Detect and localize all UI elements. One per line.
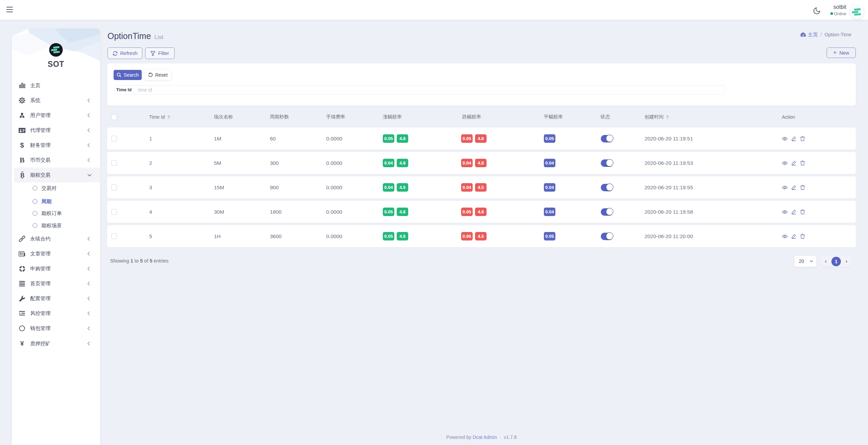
svg-text:B: B [20,172,24,179]
